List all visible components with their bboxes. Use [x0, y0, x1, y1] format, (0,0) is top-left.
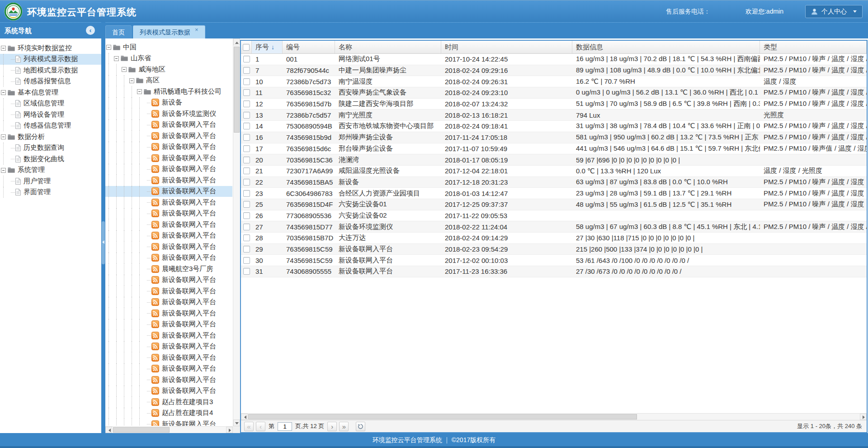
first-page-button[interactable]: « — [244, 422, 254, 431]
table-row[interactable]: 1372386b7c5d57南宁光照度2018-02-13 16:18:2179… — [241, 110, 867, 121]
device-item[interactable]: 新设备联网入平台 — [105, 341, 232, 353]
region-folder[interactable]: 高区 — [105, 75, 232, 86]
row-checkbox[interactable] — [243, 190, 250, 197]
page-input[interactable] — [278, 422, 292, 431]
device-item[interactable]: 新设备联网入平台 — [105, 275, 232, 286]
scroll-right-icon[interactable] — [226, 427, 233, 433]
tree-vertical-scrollbar[interactable] — [233, 38, 240, 426]
device-item[interactable]: 新设备 — [105, 97, 232, 109]
row-checkbox[interactable] — [243, 234, 250, 241]
table-row[interactable]: 12763569815d7b陕建二建西安华海项目部2018-02-07 13:2… — [241, 99, 867, 110]
row-checkbox[interactable] — [243, 100, 250, 107]
row-checkbox[interactable] — [243, 201, 250, 208]
table-row[interactable]: 26773068905536六安扬尘设备022017-11-22 09:05:5… — [241, 210, 867, 222]
device-item[interactable]: 新设备联网入平台 — [105, 142, 232, 153]
row-checkbox[interactable] — [243, 123, 250, 129]
sidebar-collapse-button[interactable]: ‹ — [86, 26, 95, 35]
collapse-toggle-icon[interactable] — [1, 168, 6, 173]
column-header-data[interactable]: 数据信息 — [572, 41, 760, 53]
row-checkbox[interactable] — [243, 212, 250, 219]
region-folder[interactable]: 中国 — [105, 42, 232, 53]
table-row[interactable]: 27743569815D77新设备环境监测仪2018-02-22 11:24:0… — [241, 221, 867, 233]
row-checkbox[interactable] — [243, 157, 250, 163]
nav-folder[interactable]: 数据分析 — [0, 131, 101, 143]
nav-folder[interactable]: 基本信息管理 — [0, 87, 101, 98]
device-item[interactable]: 新设备联网入平台 — [105, 319, 232, 330]
table-row[interactable]: 22743569815BA5新设备2017-12-18 20:31:2363 u… — [241, 177, 867, 188]
table-row[interactable]: 20703569815C36滟澜湾2018-01-17 08:05:1959 |… — [241, 154, 867, 166]
table-row[interactable]: 1072386b7c5d73南宁温湿度2018-02-24 09:26:3116… — [241, 76, 867, 87]
table-row[interactable]: 1001网络测试01号2017-10-24 14:22:4516 ug/m3 |… — [241, 54, 867, 65]
tab-close-icon[interactable]: × — [195, 27, 198, 33]
table-horizontal-scrollbar[interactable] — [241, 413, 867, 420]
sidebar-item[interactable]: 用户管理 — [0, 176, 101, 187]
column-header-name[interactable]: 名称 — [335, 41, 441, 53]
table-row[interactable]: 25763569815D4F六安扬尘设备012017-12-25 09:37:3… — [241, 199, 867, 210]
device-item[interactable]: 新设备联网入平台 — [105, 253, 232, 264]
collapse-toggle-icon[interactable] — [1, 90, 6, 95]
device-item[interactable]: 晨曦航空3号厂房 — [105, 263, 232, 275]
scroll-right-icon[interactable] — [860, 414, 867, 420]
device-item[interactable]: 赵占胜在建项目4 — [105, 408, 232, 419]
row-checkbox[interactable] — [243, 145, 250, 152]
last-page-button[interactable]: » — [339, 422, 349, 431]
table-row[interactable]: 30743569815C59新设备联网入平台2017-12-02 00:10:0… — [241, 255, 867, 266]
device-item[interactable]: 新设备联网入平台 — [105, 386, 232, 397]
table-row[interactable]: 31743068905555新设备联网入平台2017-11-23 16:33:3… — [241, 266, 867, 277]
collapse-toggle-icon[interactable] — [137, 89, 142, 94]
select-all-checkbox[interactable] — [243, 44, 250, 51]
collapse-toggle-icon[interactable] — [1, 46, 6, 51]
scrollbar-thumb[interactable] — [113, 427, 170, 433]
next-page-button[interactable]: › — [327, 422, 337, 431]
sidebar-item[interactable]: 历史数据查询 — [0, 143, 101, 154]
scrollbar-thumb[interactable] — [234, 47, 240, 133]
column-header-code[interactable]: 编号 — [283, 41, 335, 53]
row-checkbox[interactable] — [243, 268, 250, 275]
row-checkbox[interactable] — [243, 257, 250, 264]
device-item[interactable]: 新设备联网入平台 — [105, 219, 232, 230]
prev-page-button[interactable]: ‹ — [256, 422, 265, 431]
row-checkbox[interactable] — [243, 112, 250, 119]
region-folder[interactable]: 威海地区 — [105, 64, 232, 75]
profile-button[interactable]: 个人中心 — [805, 5, 863, 18]
device-item[interactable]: 新设备联网入平台 — [105, 308, 232, 319]
row-checkbox[interactable] — [243, 67, 250, 74]
device-item[interactable]: 新设备联网入平台 — [105, 130, 232, 142]
sidebar-item[interactable]: 区域信息管理 — [0, 98, 101, 110]
panel-splitter[interactable] — [101, 22, 105, 433]
table-row[interactable]: 236C3064986783合经区人力资源产业园项目2018-01-03 14:… — [241, 188, 867, 199]
collapse-toggle-icon[interactable] — [1, 134, 6, 139]
row-checkbox[interactable] — [243, 134, 250, 141]
sidebar-item[interactable]: 界面管理 — [0, 187, 101, 198]
device-item[interactable]: 新设备联网入平台 — [105, 297, 232, 308]
table-row[interactable]: 11763569815c32西安噪声扬尘气象设备2018-02-24 09:23… — [241, 87, 867, 99]
sidebar-item[interactable]: 列表模式显示数据 — [0, 54, 101, 65]
row-checkbox[interactable] — [243, 224, 250, 230]
row-checkbox[interactable] — [243, 78, 250, 85]
row-checkbox[interactable] — [243, 167, 250, 174]
device-item[interactable]: 新设备联网入平台 — [105, 230, 232, 242]
scrollbar-thumb[interactable] — [248, 414, 637, 419]
device-item[interactable]: 新设备联网入平台 — [105, 186, 232, 197]
column-header-type[interactable]: 类型 — [760, 41, 867, 53]
collapse-toggle-icon[interactable] — [106, 45, 111, 50]
tree-horizontal-scrollbar[interactable] — [105, 426, 233, 433]
row-checkbox[interactable] — [243, 56, 250, 62]
collapse-toggle-icon[interactable] — [122, 67, 127, 72]
sidebar-item[interactable]: 传感器报警信息 — [0, 76, 101, 87]
scroll-up-icon[interactable] — [233, 38, 240, 45]
device-item[interactable]: 新设备联网入平台 — [105, 419, 232, 426]
row-checkbox[interactable] — [243, 246, 250, 253]
device-item[interactable]: 新设备联网入平台 — [105, 197, 232, 208]
refresh-button[interactable] — [356, 422, 365, 431]
table-row[interactable]: 1475306890594B西安市地铁城东物资中心项目部2018-02-24 0… — [241, 121, 867, 132]
tab-home[interactable]: 首页 — [105, 25, 132, 39]
sidebar-item[interactable]: 地图模式显示数据 — [0, 65, 101, 76]
table-row[interactable]: 7782f6790544c中建一局集团噪声扬尘2018-02-24 09:29:… — [241, 65, 867, 76]
device-item[interactable]: 新设备联网入平台 — [105, 352, 232, 363]
device-item[interactable]: 新设备联网入平台 — [105, 241, 232, 253]
table-row[interactable]: 17763569815d6c邢台噪声扬尘设备2017-11-07 10:59:4… — [241, 143, 867, 155]
column-header-seq[interactable]: 序号↓ — [252, 41, 283, 53]
splitter-handle-icon[interactable] — [102, 221, 105, 264]
device-item[interactable]: 新设备联网入平台 — [105, 330, 232, 341]
